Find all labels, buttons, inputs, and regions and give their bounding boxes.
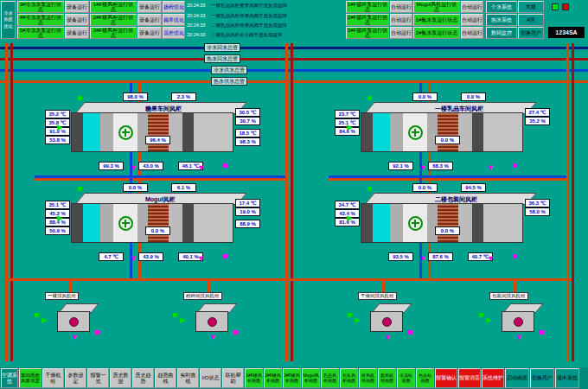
tab-water-system[interactable]: 个水系统 [486,1,517,13]
airflow-setting-button[interactable]: 车间画面风量设定 [19,368,42,388]
valve-readout: 43.9 % [138,252,163,261]
status-button[interactable]: 3#F循环泵运行状态 [346,27,389,39]
status-mode-button[interactable]: 设备运行 [65,1,89,13]
toolbar-button[interactable]: 报警一览 [87,368,109,388]
temp-readout: 35.1 ℃ [45,201,70,209]
tab-building[interactable]: 大楼 [518,1,544,13]
status-square-icon [78,96,82,100]
toolbar-button[interactable]: 干燥机组 [42,368,64,388]
exhaust-fan-label: 粉碎间排风机组 [183,292,222,300]
status-mode-button[interactable]: 设备运行 [137,27,162,39]
exhaust-fan-label: 包装间排风机组 [489,292,528,300]
status-mode-button[interactable]: 设备运行 [65,27,89,39]
screen-nav-button[interactable]: 包装风柜画面 [340,368,358,388]
status-mode-button[interactable]: 设备运行 [65,14,89,26]
optimization-buttons: 扬程优化 频率优化 温差优化 [163,1,185,39]
status-button[interactable]: 1#F循环泵运行状态 [346,1,389,13]
temp-readout: 30.5 ℃ [235,108,260,117]
toolbar-button[interactable]: 实时曲线 [177,368,199,388]
status-mode-button[interactable]: 设备运行 [137,14,162,26]
tab-zone-a[interactable]: A区 [518,14,544,26]
toolbar-button[interactable]: 参数设定 [65,368,86,388]
toolbar-button[interactable]: 历史趋势 [132,368,154,388]
screen-nav-button[interactable]: 2#F楼风柜画面 [264,368,282,388]
status-button[interactable]: 1#F楼风柜运行状态 [90,1,137,13]
status-mode-button[interactable]: 自动运行 [461,27,483,39]
damper-readout: 0.0 % [412,183,438,192]
toolbar-button[interactable]: 历史数据 [110,368,131,388]
screen-nav-button[interactable]: 新风机组画面 [378,368,396,388]
airflow-in-arrow-icon: ▶ [180,316,186,324]
status-button[interactable]: 2#F循环泵运行状态 [346,14,389,26]
fan-motor-icon [514,317,523,327]
status-button[interactable]: 2#氨水泵运行状态 [413,27,460,39]
status-button[interactable]: Mogul风机运行状态 [413,1,460,13]
toolbar-button[interactable]: 联机帮助 [222,368,244,388]
pipe-segment [329,178,566,181]
ahu-unit-candy: 糖果车间风柜 35.2 ℃ 35.8 ℃ 91.0 % 53.8 % 98.0 … [43,91,259,173]
ahu-unit-packing-2f: 二楼包装间风柜 34.7 ℃ 43.4 % 81.6 % 0.0 % 94.5 … [333,182,549,264]
alarm-text: 一楼乳品风柜夏季风阀开度反馈故障 [211,3,287,9]
ahu-fan-section [403,204,427,242]
water-flow-arrow-icon: ▼ [419,164,427,172]
valve-readout: 4.7 ℃ [99,252,124,261]
switch-user-button[interactable]: 切换用户 [518,27,544,39]
status-square-icon [368,187,372,191]
screen-nav-button[interactable]: Mogul风柜画面 [302,368,320,388]
status-square-icon [233,330,238,335]
temp-readout: 34.7 ℃ [335,201,360,209]
ahu-front-face [361,112,523,152]
exit-system-button[interactable]: 退出系统 [555,368,579,388]
home-screen-button[interactable]: 启动画面 [505,368,529,388]
video-monitor-button[interactable]: 数码监控 [486,27,517,39]
optimize-button[interactable]: 频率优化 [163,14,185,26]
pipe-riser [291,43,293,361]
status-mode-button[interactable]: 自动运行 [461,1,483,13]
status-button[interactable]: 1#氨水泵运行状态 [413,14,460,26]
pipe-riser [566,43,569,361]
status-button[interactable]: 5#冷冻水泵运行状态 [17,27,64,39]
tab-chilled-water-system[interactable]: 冷水 系统 优化 [1,1,16,39]
screen-nav-button[interactable]: 排风机组画面 [359,368,377,388]
valve-readout: 93.5 % [388,252,413,261]
status-mode-button[interactable]: 自动运行 [390,27,412,39]
toolbar-button[interactable]: I/O状态 [200,368,221,388]
status-square-icon [35,313,39,317]
ahu-inlet-section [361,204,373,242]
temp-readout: 23.7 ℃ [335,110,360,118]
tab-hvac-system[interactable]: 空调系统 [1,368,18,388]
alarm-ack-button[interactable]: 报警确认 [435,368,457,388]
switch-user-button[interactable]: 切换用户 [530,368,554,388]
fan-front-face [502,311,534,332]
optimize-button[interactable]: 温差优化 [163,27,185,39]
tab-hot-water-system[interactable]: 热水系统 [486,14,517,26]
status-button[interactable]: 4#冷冻水泵运行状态 [17,14,64,26]
ahu-mid-section [169,113,182,151]
status-button[interactable]: 3#F楼风柜运行状态 [90,27,137,39]
screen-nav-button[interactable]: 冷冻站画面 [397,368,415,388]
toolbar-button[interactable]: 趋势曲线 [155,368,176,388]
damper-readout: 0.0 % [123,183,148,192]
screen-nav-button[interactable]: 3#F楼风柜画面 [283,368,301,388]
station-id-display: 1234SA [548,27,585,38]
status-mode-button[interactable]: 设备运行 [137,1,162,13]
status-mode-button[interactable]: 自动运行 [390,1,412,13]
status-mode-button[interactable]: 自动运行 [461,14,483,26]
status-square-icon [348,313,352,317]
status-square-icon [173,313,177,317]
humidity-readout: 88.9 % [235,220,260,228]
status-button[interactable]: 2#F楼风柜运行状态 [90,14,137,26]
airflow-out-arrow-icon: ▼ [384,334,392,341]
system-maintain-button[interactable]: 系统维护 [482,368,504,388]
damper-readout: 2.3 % [171,92,196,101]
status-button[interactable]: 3#冷冻水泵运行状态 [17,1,64,13]
ahu-front-face [71,112,233,152]
optimize-button[interactable]: 扬程优化 [163,1,185,13]
fan-front-face [195,311,228,332]
screen-nav-button[interactable]: 热水站画面 [416,368,434,388]
tab-line: 冷水 [3,10,13,16]
screen-nav-button[interactable]: 乳品风柜画面 [321,368,339,388]
status-mode-button[interactable]: 自动运行 [390,14,412,26]
screen-nav-button[interactable]: 1#F楼风柜画面 [245,368,263,388]
alarm-mute-button[interactable]: 报警消音 [458,368,481,388]
